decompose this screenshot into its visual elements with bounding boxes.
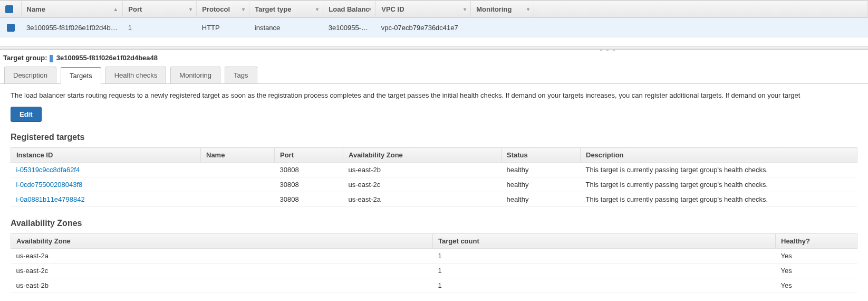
column-label: Protocol: [202, 5, 230, 13]
column-header-protocol[interactable]: Protocol ▾: [197, 1, 249, 18]
column-label: Monitoring: [476, 5, 512, 13]
availability-zones-title: Availability Zones: [11, 219, 857, 228]
column-label: Port: [128, 5, 142, 13]
tab-targets[interactable]: Targets: [61, 67, 101, 84]
tab-tags[interactable]: Tags: [225, 67, 257, 83]
gap: [0, 37, 868, 46]
column-header-monitoring[interactable]: Monitoring ▾: [471, 1, 534, 18]
checkbox-icon: [7, 24, 15, 32]
dropdown-icon: ▾: [189, 6, 192, 12]
cell-status: healthy: [501, 162, 581, 177]
cell-count: 1: [433, 248, 776, 263]
panel-body: The load balancer starts routing request…: [0, 84, 868, 301]
cell-name: [201, 192, 275, 206]
cell-status: healthy: [501, 177, 581, 192]
table-header-row: Instance ID Name Port Availability Zone …: [11, 147, 857, 162]
dropdown-icon: ▾: [527, 6, 529, 12]
table-header-row: Name ▲ Port ▾ Protocol ▾ Target type ▾ L…: [0, 1, 868, 18]
cell-zone: us-east-2a: [11, 248, 433, 263]
edit-button[interactable]: Edit: [11, 107, 42, 122]
column-header-target-type[interactable]: Target type ▾: [249, 1, 323, 18]
detail-header: Target group: 3e100955-f81f026e1f02d4bea…: [0, 50, 868, 67]
row-checkbox-cell[interactable]: [0, 18, 21, 37]
cell-port: 30808: [275, 177, 343, 192]
table-row: us-east-2b 1 Yes: [11, 278, 857, 293]
column-label: Load Balanc: [329, 5, 369, 13]
table-row: us-east-2c 1 Yes: [11, 263, 857, 278]
help-text: The load balancer starts routing request…: [11, 91, 857, 99]
availability-zones-table: Availability Zone Target count Healthy? …: [11, 233, 857, 293]
table-row[interactable]: 3e100955-f81f026e1f02d4b… 1 HTTP instanc…: [0, 18, 868, 37]
cell-description: This target is currently passing target …: [581, 162, 857, 177]
cell-target-type: instance: [249, 18, 323, 37]
instance-link[interactable]: i-0a0881b11e4798842: [16, 195, 85, 203]
selection-indicator-icon: [50, 55, 53, 62]
tabs: Description Targets Health checks Monito…: [0, 67, 868, 84]
cell-load-balancer: 3e100955-…: [323, 18, 376, 37]
cell-monitoring: [471, 18, 534, 37]
cell-port: 1: [123, 18, 197, 37]
cell-az: us-east-2c: [343, 177, 501, 192]
column-label: Target type: [255, 5, 291, 13]
detail-label: Target group:: [3, 54, 47, 62]
sort-asc-icon: ▲: [113, 6, 118, 12]
cell-healthy: Yes: [776, 263, 857, 278]
col-target-count[interactable]: Target count: [433, 233, 776, 248]
col-instance-id[interactable]: Instance ID: [11, 147, 201, 162]
column-header-load-balancer[interactable]: Load Balanc ▾: [323, 1, 376, 18]
checkbox-icon: [5, 5, 13, 13]
registered-targets-table: Instance ID Name Port Availability Zone …: [11, 147, 857, 207]
column-header-vpc-id[interactable]: VPC ID ▾: [376, 1, 471, 18]
grip-icon: ● ● ●: [600, 48, 616, 53]
cell-count: 1: [433, 263, 776, 278]
col-description[interactable]: Description: [581, 147, 857, 162]
instance-link[interactable]: i-0cde75500208043f8: [16, 181, 83, 189]
column-header-name[interactable]: Name ▲: [21, 1, 123, 18]
column-header-port[interactable]: Port ▾: [123, 1, 197, 18]
column-label: Name: [27, 5, 45, 13]
col-healthy[interactable]: Healthy?: [776, 233, 857, 248]
column-spacer: [534, 1, 868, 18]
cell-az: us-east-2b: [343, 162, 501, 177]
col-name[interactable]: Name: [201, 147, 275, 162]
column-label: VPC ID: [381, 5, 404, 13]
dropdown-icon: ▾: [316, 6, 319, 12]
splitter-handle[interactable]: ● ● ●: [0, 46, 868, 50]
cell-name: [201, 177, 275, 192]
tab-description[interactable]: Description: [4, 67, 56, 83]
cell-zone: us-east-2b: [11, 278, 433, 293]
cell-vpc-id: vpc-07ecb79e736dc41e7: [376, 18, 471, 37]
col-port[interactable]: Port: [275, 147, 343, 162]
tab-monitoring[interactable]: Monitoring: [170, 67, 220, 83]
cell-az: us-east-2a: [343, 192, 501, 206]
select-all-header[interactable]: [0, 1, 21, 18]
cell-port: 30808: [275, 192, 343, 206]
cell-description: This target is currently passing target …: [581, 177, 857, 192]
col-az[interactable]: Availability Zone: [343, 147, 501, 162]
cell-healthy: Yes: [776, 278, 857, 293]
cell-protocol: HTTP: [197, 18, 249, 37]
table-header-row: Availability Zone Target count Healthy?: [11, 233, 857, 248]
table-row: i-0cde75500208043f8 30808 us-east-2c hea…: [11, 177, 857, 192]
table-row: i-05319c9cc8dfa62f4 30808 us-east-2b hea…: [11, 162, 857, 177]
tab-health-checks[interactable]: Health checks: [105, 67, 167, 83]
detail-value: 3e100955-f81f026e1f02d4bea48: [56, 54, 158, 62]
cell-spacer: [534, 18, 868, 37]
registered-targets-title: Registered targets: [11, 133, 857, 142]
cell-description: This target is currently passing target …: [581, 192, 857, 206]
cell-healthy: Yes: [776, 248, 857, 263]
col-status[interactable]: Status: [501, 147, 581, 162]
cell-port: 30808: [275, 162, 343, 177]
target-groups-table: Name ▲ Port ▾ Protocol ▾ Target type ▾ L…: [0, 0, 868, 37]
dropdown-icon: ▾: [464, 6, 466, 12]
cell-zone: us-east-2c: [11, 263, 433, 278]
instance-link[interactable]: i-05319c9cc8dfa62f4: [16, 166, 80, 174]
table-row: us-east-2a 1 Yes: [11, 248, 857, 263]
cell-status: healthy: [501, 192, 581, 206]
cell-name: [201, 162, 275, 177]
dropdown-icon: ▾: [242, 6, 245, 12]
table-row: i-0a0881b11e4798842 30808 us-east-2a hea…: [11, 192, 857, 206]
col-az[interactable]: Availability Zone: [11, 233, 433, 248]
cell-name: 3e100955-f81f026e1f02d4b…: [21, 18, 123, 37]
cell-count: 1: [433, 278, 776, 293]
